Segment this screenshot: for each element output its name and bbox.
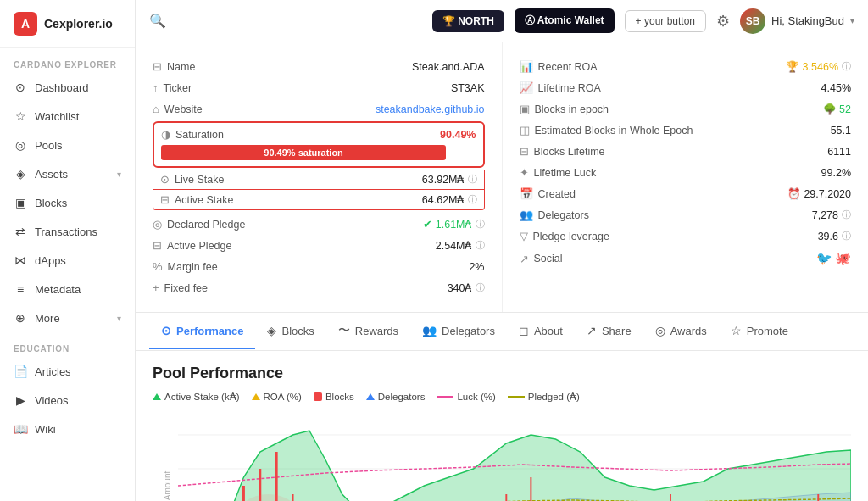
logo-text: Cexplorer.io <box>44 17 113 31</box>
sidebar-item-label: dApps <box>35 254 66 267</box>
fixed-fee-value: 340₳ ⓘ <box>448 281 485 294</box>
info-icon[interactable]: ⓘ <box>468 193 477 206</box>
saturation-bar-container: 90.49% saturation <box>161 145 476 160</box>
info-icon[interactable]: ⓘ <box>842 60 851 73</box>
legend-active-stake: Active Stake (k₳) <box>153 391 240 403</box>
ticker-label: ↑ Ticker <box>153 81 288 94</box>
tab-blocks[interactable]: ◈ Blocks <box>255 314 326 349</box>
sidebar-item-blocks[interactable]: ▣ Blocks <box>0 188 135 217</box>
blocks-epoch-value: 🌳 52 <box>823 103 851 115</box>
name-icon: ⊟ <box>153 60 162 73</box>
recent-roa-icon: 📊 <box>520 60 533 73</box>
sidebar-item-pools[interactable]: ◎ Pools <box>0 131 135 159</box>
lifetime-roa-value: 4.45% <box>821 82 851 94</box>
performance-tab-label: Performance <box>176 325 243 337</box>
info-row-ticker: ↑ Ticker ST3AK <box>153 77 485 98</box>
active-stake-legend-icon <box>153 393 161 400</box>
tab-performance[interactable]: ⊙ Performance <box>149 314 255 349</box>
rewards-tab-label: Rewards <box>355 325 398 337</box>
atomic-wallet-button[interactable]: Ⓐ Atomic Wallet <box>515 8 615 33</box>
user-menu[interactable]: SB Hi, StakingBud ▾ <box>740 8 854 34</box>
declared-pledge-value: ✔ 1.61M₳ ⓘ <box>423 218 484 231</box>
tab-rewards[interactable]: 〜 Rewards <box>326 313 410 350</box>
sidebar-item-label: Metadata <box>35 283 81 296</box>
sidebar-item-label: Videos <box>35 394 69 407</box>
legend-pledged: Pledged (₳) <box>508 391 580 403</box>
active-pledge-icon: ⊟ <box>153 239 162 252</box>
blocks-tab-label: Blocks <box>281 325 314 337</box>
tab-share[interactable]: ↗ Share <box>575 314 643 349</box>
pledge-leverage-label: ▽ Pledge leverage <box>520 230 655 242</box>
declared-pledge-label: ◎ Declared Pledge <box>153 218 288 231</box>
transactions-icon: ⇄ <box>14 225 27 238</box>
tab-about[interactable]: ◻ About <box>507 314 575 349</box>
sidebar-item-more[interactable]: ⊕ More ▾ <box>0 303 135 332</box>
settings-icon[interactable]: ⚙ <box>716 12 730 31</box>
created-icon: 📅 <box>520 187 533 200</box>
info-icon[interactable]: ⓘ <box>842 230 851 242</box>
sidebar-item-label: Pools <box>35 139 63 152</box>
sidebar-item-label: Articles <box>35 365 71 378</box>
blocks-epoch-label: ▣ Blocks in epoch <box>520 103 655 115</box>
your-button[interactable]: + your button <box>625 10 706 32</box>
tab-awards[interactable]: ◎ Awards <box>643 314 719 349</box>
live-stake-value: 63.92M₳ ⓘ <box>422 173 477 186</box>
sidebar-section-cardano: CARDANO EXPLORER <box>0 48 135 73</box>
tab-promote[interactable]: ☆ Promote <box>719 314 800 349</box>
chart-area: Amount <box>153 409 851 501</box>
content-area: ⊟ Name Steak.and.ADA ↑ Ticker ST3AK ⌂ We… <box>136 42 868 501</box>
info-icon[interactable]: ⓘ <box>842 209 851 221</box>
promote-tab-label: Promote <box>747 325 788 337</box>
avatar: SB <box>740 8 765 34</box>
dapps-icon: ⋈ <box>14 253 27 267</box>
info-icon[interactable]: ⓘ <box>476 281 485 294</box>
website-label: ⌂ Website <box>153 103 288 115</box>
search-icon[interactable]: 🔍 <box>149 13 166 29</box>
blocks-legend-icon <box>314 392 322 401</box>
sidebar-item-metadata[interactable]: ≡ Metadata <box>0 275 135 303</box>
roa-legend-label: ROA (%) <box>264 392 302 402</box>
sidebar-section-education: EDUCATION <box>0 332 135 357</box>
sidebar-item-label: Blocks <box>35 197 67 209</box>
delegators-legend-icon <box>366 393 375 400</box>
sidebar-item-watchlist[interactable]: ☆ Watchlist <box>0 102 135 131</box>
luck-legend-label: Luck (%) <box>457 392 495 402</box>
info-icon[interactable]: ⓘ <box>476 218 485 231</box>
active-pledge-value: 2.54M₳ ⓘ <box>436 239 485 252</box>
active-stake-legend-label: Active Stake (k₳) <box>164 391 240 403</box>
sidebar-item-label: Transactions <box>35 225 97 238</box>
info-row-lifetime-roa: 📈 Lifetime ROA 4.45% <box>520 77 852 98</box>
delegators-tab-label: Delegators <box>442 325 495 337</box>
sidebar-item-videos[interactable]: ▶ Videos <box>0 386 135 415</box>
sidebar-item-articles[interactable]: 📄 Articles <box>0 357 135 386</box>
sidebar-item-dapps[interactable]: ⋈ dApps <box>0 246 135 275</box>
chart-svg-container <box>178 409 851 501</box>
active-stake-icon: ⊟ <box>160 193 170 206</box>
chart-y-label: Amount <box>163 471 172 500</box>
sidebar-item-dashboard[interactable]: ⊙ Dashboard <box>0 73 135 102</box>
github-icon[interactable]: 🐙 <box>835 251 851 265</box>
sidebar-item-wiki[interactable]: 📖 Wiki <box>0 415 135 443</box>
promote-tab-icon: ☆ <box>731 324 742 337</box>
north-button[interactable]: 🏆 NORTH <box>432 10 504 32</box>
user-chevron-icon: ▾ <box>850 16 854 25</box>
sidebar-item-assets[interactable]: ◈ Assets ▾ <box>0 159 135 188</box>
active-stake-value: 64.62M₳ ⓘ <box>422 193 477 206</box>
social-value: 🐦 🐙 <box>816 251 851 266</box>
rewards-tab-icon: 〜 <box>338 323 350 338</box>
info-row-name: ⊟ Name Steak.and.ADA <box>153 56 485 77</box>
delegators-label: 👥 Delegators <box>520 209 655 221</box>
info-row-est-blocks: ◫ Estimated Blocks in Whole Epoch 55.1 <box>520 120 852 141</box>
info-icon[interactable]: ⓘ <box>476 239 485 252</box>
website-link[interactable]: steakandbake.github.io <box>376 103 485 115</box>
info-row-blocks-lifetime: ⊟ Blocks Lifetime 6111 <box>520 141 852 162</box>
active-pledge-label: ⊟ Active Pledge <box>153 239 288 252</box>
logo-icon: A <box>14 12 37 36</box>
twitter-icon[interactable]: 🐦 <box>816 251 832 265</box>
blocks-epoch-icon: ▣ <box>520 103 530 115</box>
tab-delegators[interactable]: 👥 Delegators <box>410 314 507 349</box>
chart-legend: Active Stake (k₳) ROA (%) Blocks Delegat… <box>153 391 851 403</box>
info-icon[interactable]: ⓘ <box>468 173 477 186</box>
sidebar-item-transactions[interactable]: ⇄ Transactions <box>0 217 135 246</box>
metadata-icon: ≡ <box>14 282 27 296</box>
